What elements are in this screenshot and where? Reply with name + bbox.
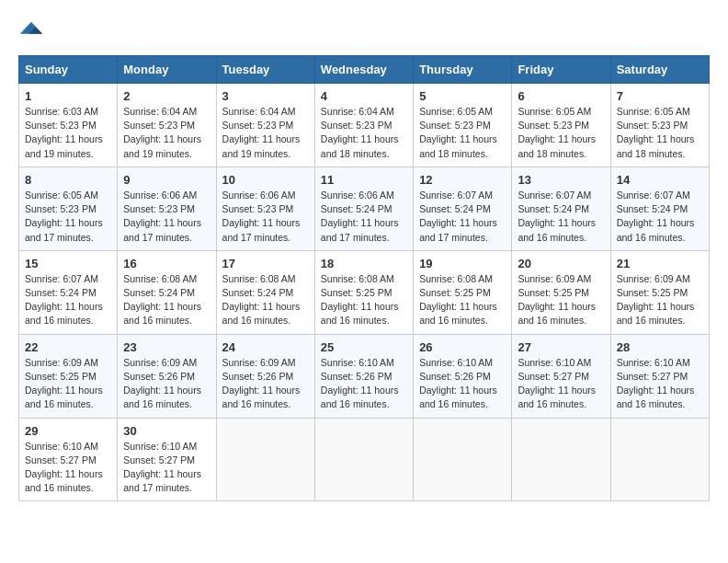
day-number: 4 [321,89,407,103]
day-number: 13 [518,173,604,187]
day-number: 23 [123,340,210,354]
calendar-cell: 1 Sunrise: 6:03 AM Sunset: 5:23 PM Dayli… [19,84,118,167]
calendar-cell: 19 Sunrise: 6:08 AM Sunset: 5:25 PM Dayl… [414,250,512,334]
calendar-cell: 25 Sunrise: 6:10 AM Sunset: 5:26 PM Dayl… [314,334,413,418]
day-info: Sunrise: 6:06 AM Sunset: 5:23 PM Dayligh… [123,189,210,245]
calendar-cell: 28 Sunrise: 6:10 AM Sunset: 5:27 PM Dayl… [610,334,709,418]
calendar-cell: 26 Sunrise: 6:10 AM Sunset: 5:26 PM Dayl… [414,334,512,418]
day-info: Sunrise: 6:06 AM Sunset: 5:24 PM Dayligh… [321,189,407,245]
day-info: Sunrise: 6:03 AM Sunset: 5:23 PM Dayligh… [25,105,111,161]
calendar-cell: 27 Sunrise: 6:10 AM Sunset: 5:27 PM Dayl… [512,334,610,418]
calendar-cell: 20 Sunrise: 6:09 AM Sunset: 5:25 PM Dayl… [512,250,610,334]
day-info: Sunrise: 6:09 AM Sunset: 5:25 PM Dayligh… [518,272,604,328]
calendar-cell: 18 Sunrise: 6:08 AM Sunset: 5:25 PM Dayl… [314,250,413,334]
day-number: 18 [321,257,407,270]
day-number: 10 [222,173,309,187]
weekday-header-tuesday: Tuesday [216,56,314,84]
day-number: 14 [617,173,703,187]
calendar-cell: 24 Sunrise: 6:09 AM Sunset: 5:26 PM Dayl… [216,334,314,418]
calendar-cell: 13 Sunrise: 6:07 AM Sunset: 5:24 PM Dayl… [512,167,610,250]
day-number: 28 [617,340,703,354]
calendar-cell: 12 Sunrise: 6:07 AM Sunset: 5:24 PM Dayl… [414,167,512,250]
day-number: 27 [518,340,604,354]
day-info: Sunrise: 6:07 AM Sunset: 5:24 PM Dayligh… [419,189,506,245]
calendar-week-row: 15 Sunrise: 6:07 AM Sunset: 5:24 PM Dayl… [19,250,710,334]
calendar-cell [414,418,512,501]
calendar-cell: 5 Sunrise: 6:05 AM Sunset: 5:23 PM Dayli… [414,84,512,167]
day-info: Sunrise: 6:06 AM Sunset: 5:23 PM Dayligh… [222,189,309,245]
day-number: 11 [321,173,407,187]
day-info: Sunrise: 6:04 AM Sunset: 5:23 PM Dayligh… [321,105,407,161]
day-info: Sunrise: 6:10 AM Sunset: 5:27 PM Dayligh… [25,440,111,496]
day-number: 8 [25,173,111,187]
weekday-header-wednesday: Wednesday [314,56,413,84]
day-number: 19 [419,257,506,270]
weekday-header-sunday: Sunday [19,56,118,84]
day-number: 2 [123,89,210,103]
day-info: Sunrise: 6:05 AM Sunset: 5:23 PM Dayligh… [617,105,703,161]
day-info: Sunrise: 6:10 AM Sunset: 5:27 PM Dayligh… [518,356,604,412]
calendar-cell: 7 Sunrise: 6:05 AM Sunset: 5:23 PM Dayli… [610,84,709,167]
weekday-header-row: SundayMondayTuesdayWednesdayThursdayFrid… [19,56,710,84]
calendar-cell: 29 Sunrise: 6:10 AM Sunset: 5:27 PM Dayl… [19,418,118,501]
calendar-cell: 16 Sunrise: 6:08 AM Sunset: 5:24 PM Dayl… [118,250,216,334]
day-number: 6 [518,89,604,103]
calendar-cell: 8 Sunrise: 6:05 AM Sunset: 5:23 PM Dayli… [19,167,118,250]
calendar-week-row: 22 Sunrise: 6:09 AM Sunset: 5:25 PM Dayl… [19,334,710,418]
day-number: 22 [25,340,111,354]
calendar-week-row: 29 Sunrise: 6:10 AM Sunset: 5:27 PM Dayl… [19,418,710,501]
day-number: 9 [123,173,210,187]
day-info: Sunrise: 6:05 AM Sunset: 5:23 PM Dayligh… [25,189,111,245]
calendar-cell: 10 Sunrise: 6:06 AM Sunset: 5:23 PM Dayl… [216,167,314,250]
day-number: 21 [617,257,703,270]
weekday-header-saturday: Saturday [610,56,709,84]
day-info: Sunrise: 6:07 AM Sunset: 5:24 PM Dayligh… [617,189,703,245]
day-info: Sunrise: 6:10 AM Sunset: 5:26 PM Dayligh… [321,356,407,412]
calendar-cell [216,418,314,501]
logo-icon [18,18,44,44]
day-info: Sunrise: 6:09 AM Sunset: 5:26 PM Dayligh… [123,356,210,412]
calendar-cell: 3 Sunrise: 6:04 AM Sunset: 5:23 PM Dayli… [216,84,314,167]
day-info: Sunrise: 6:08 AM Sunset: 5:24 PM Dayligh… [123,272,210,328]
day-number: 12 [419,173,506,187]
calendar-cell: 14 Sunrise: 6:07 AM Sunset: 5:24 PM Dayl… [610,167,709,250]
day-number: 15 [25,257,111,270]
calendar-cell [512,418,610,501]
day-number: 16 [123,257,210,270]
day-number: 17 [222,257,309,270]
day-info: Sunrise: 6:05 AM Sunset: 5:23 PM Dayligh… [419,105,506,161]
calendar-cell [314,418,413,501]
day-info: Sunrise: 6:10 AM Sunset: 5:26 PM Dayligh… [419,356,506,412]
day-info: Sunrise: 6:09 AM Sunset: 5:25 PM Dayligh… [25,356,111,412]
logo [18,18,48,44]
weekday-header-friday: Friday [512,56,610,84]
calendar-cell: 2 Sunrise: 6:04 AM Sunset: 5:23 PM Dayli… [118,84,216,167]
calendar-cell: 23 Sunrise: 6:09 AM Sunset: 5:26 PM Dayl… [118,334,216,418]
calendar-cell: 9 Sunrise: 6:06 AM Sunset: 5:23 PM Dayli… [118,167,216,250]
day-info: Sunrise: 6:05 AM Sunset: 5:23 PM Dayligh… [518,105,604,161]
day-info: Sunrise: 6:09 AM Sunset: 5:25 PM Dayligh… [617,272,703,328]
day-info: Sunrise: 6:04 AM Sunset: 5:23 PM Dayligh… [222,105,309,161]
calendar-week-row: 8 Sunrise: 6:05 AM Sunset: 5:23 PM Dayli… [19,167,710,250]
calendar-cell: 15 Sunrise: 6:07 AM Sunset: 5:24 PM Dayl… [19,250,118,334]
day-number: 3 [222,89,309,103]
day-number: 29 [25,424,111,438]
calendar-week-row: 1 Sunrise: 6:03 AM Sunset: 5:23 PM Dayli… [19,84,710,167]
day-number: 25 [321,340,407,354]
calendar-cell: 17 Sunrise: 6:08 AM Sunset: 5:24 PM Dayl… [216,250,314,334]
page-header [18,18,710,44]
weekday-header-monday: Monday [118,56,216,84]
day-info: Sunrise: 6:08 AM Sunset: 5:25 PM Dayligh… [419,272,506,328]
day-info: Sunrise: 6:04 AM Sunset: 5:23 PM Dayligh… [123,105,210,161]
calendar-cell: 22 Sunrise: 6:09 AM Sunset: 5:25 PM Dayl… [19,334,118,418]
weekday-header-thursday: Thursday [414,56,512,84]
day-number: 1 [25,89,111,103]
day-number: 30 [123,424,210,438]
day-info: Sunrise: 6:09 AM Sunset: 5:26 PM Dayligh… [222,356,309,412]
day-info: Sunrise: 6:08 AM Sunset: 5:25 PM Dayligh… [321,272,407,328]
calendar-cell: 6 Sunrise: 6:05 AM Sunset: 5:23 PM Dayli… [512,84,610,167]
calendar-cell [610,418,709,501]
day-number: 24 [222,340,309,354]
calendar-cell: 4 Sunrise: 6:04 AM Sunset: 5:23 PM Dayli… [314,84,413,167]
day-info: Sunrise: 6:10 AM Sunset: 5:27 PM Dayligh… [617,356,703,412]
